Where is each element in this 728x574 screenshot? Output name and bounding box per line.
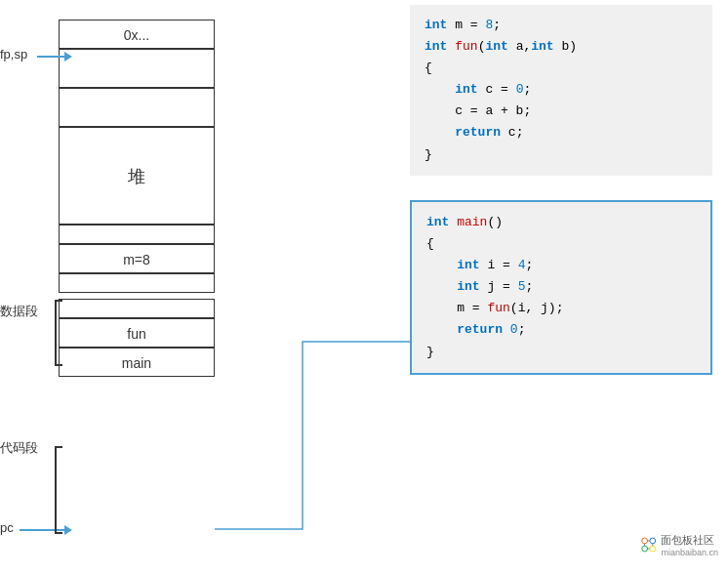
- code-line-5: c = a + b;: [425, 101, 698, 122]
- main-code-line-2: {: [426, 233, 696, 255]
- watermark-text-block: 面包板社区 mianbaiban.cn: [661, 533, 718, 557]
- mem-address-block: 0x...: [59, 20, 215, 49]
- fp-sp-label: fp,sp: [0, 47, 27, 62]
- mem-main-block: main: [59, 348, 215, 377]
- code-panel-main: int main() { int i = 4; int j = 5; m = f…: [410, 200, 712, 375]
- code-line-6: return c;: [425, 122, 698, 144]
- data-segment-label: 数据段: [0, 303, 38, 320]
- main-code-line-5: m = fun(i, j);: [426, 298, 696, 319]
- mem-data-lower: [59, 273, 215, 293]
- mem-code-upper: [59, 299, 215, 318]
- data-bracket: [55, 300, 62, 366]
- code-segment-label: 代码段: [0, 439, 38, 457]
- code-bracket: [55, 446, 62, 534]
- main-label: main: [122, 355, 151, 371]
- main-code-line-1: int main(): [426, 212, 696, 233]
- code-line-1: int m = 8;: [425, 15, 698, 36]
- mem-empty-1: [59, 49, 215, 88]
- main-code-line-6: return 0;: [426, 319, 696, 341]
- mem-empty-2: [59, 88, 215, 127]
- mem-heap-block: 堆: [59, 127, 215, 225]
- main-code-line-3: int i = 4;: [426, 255, 696, 276]
- fun-label: fun: [127, 326, 145, 342]
- heap-label: 堆: [128, 167, 145, 186]
- memory-diagram: 0x... 堆 m=8 fun main: [59, 20, 215, 377]
- svg-point-3: [650, 546, 656, 552]
- main-code-line-7: }: [426, 342, 696, 363]
- address-label: 0x...: [124, 27, 149, 43]
- code-line-4: int c = 0;: [425, 79, 698, 101]
- svg-point-2: [642, 546, 648, 552]
- svg-point-0: [642, 538, 648, 544]
- code-panel-fun: int m = 8; int fun(int a,int b) { int c …: [410, 5, 712, 176]
- m8-label: m=8: [123, 252, 150, 267]
- mem-data-upper: [59, 225, 215, 244]
- code-line-7: }: [425, 144, 698, 166]
- watermark-site: 面包板社区: [661, 533, 718, 548]
- pc-label: pc: [0, 520, 14, 535]
- watermark-url: mianbaiban.cn: [661, 548, 718, 557]
- mem-m8-block: m=8: [59, 244, 215, 273]
- watermark-icon: [640, 530, 657, 559]
- main-code-line-4: int j = 5;: [426, 276, 696, 298]
- fp-sp-arrow: [37, 56, 66, 58]
- code-line-3: {: [425, 58, 698, 79]
- code-line-2: int fun(int a,int b): [425, 36, 698, 58]
- svg-point-1: [650, 538, 656, 544]
- mem-fun-block: fun: [59, 318, 215, 348]
- watermark: 面包板社区 mianbaiban.cn: [640, 525, 718, 564]
